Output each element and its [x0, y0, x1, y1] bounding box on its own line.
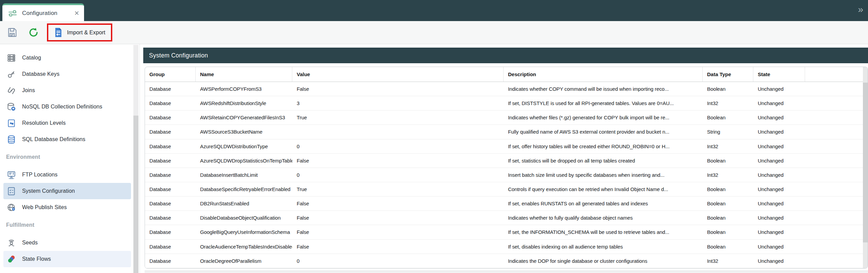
sidebar-item-resolution-levels[interactable]: Resolution Levels [3, 115, 131, 131]
sidebar: Catalog Database Keys [0, 44, 140, 273]
table-cell: If set, DISTSTYLE is used for all RPI-ge… [504, 96, 703, 110]
table-cell: 3 [292, 96, 504, 110]
column-header-data-type[interactable]: Data Type [703, 67, 753, 82]
table-row[interactable]: DatabaseDatabaseInsertBatchLimit0Insert … [145, 168, 863, 182]
table-cell: Indicates the DOP for single database or… [504, 254, 703, 268]
overflow-chevrons-icon[interactable]: » [858, 5, 863, 14]
sidebar-item-ftp-locations[interactable]: FTP Locations [3, 167, 131, 183]
table-cell: Boolean [703, 154, 753, 168]
tab-configuration[interactable]: Configuration ✕ [2, 3, 84, 21]
table-row[interactable]: DatabaseAWSPerformCOPYFromS3FalseIndicat… [145, 82, 863, 96]
sidebar-item-joins[interactable]: Joins [3, 82, 131, 99]
column-header-group[interactable]: Group [145, 67, 196, 82]
table-cell: Database [145, 96, 196, 110]
table-row[interactable]: DatabaseGoogleBigQueryUseInformationSche… [145, 225, 863, 239]
sidebar-item-state-flows[interactable]: State Flows [3, 251, 131, 267]
table-cell: OracleAudienceTempTablesIndexDisabled [196, 240, 292, 254]
table-cell-filler [805, 125, 863, 139]
sidebar-item-label: System Configuration [22, 188, 75, 194]
table-cell: 0 [292, 168, 504, 182]
table-row[interactable]: DatabaseDisableDatabaseObjectQualificati… [145, 211, 863, 225]
table-row[interactable]: DatabaseOracleAudienceTempTablesIndexDis… [145, 240, 863, 254]
sidebar-item-database-keys[interactable]: Database Keys [3, 66, 131, 82]
table-scrollbar-thumb[interactable] [863, 83, 868, 242]
import-export-button[interactable]: Import & Export [54, 28, 105, 37]
table-cell: Unchanged [753, 211, 805, 225]
table-cell: AWSPerformCOPYFromS3 [196, 82, 292, 96]
table-header-row: GroupNameValueDescriptionData TypeState [145, 67, 868, 82]
table-cell: If set, offer history tables will be cre… [504, 139, 703, 153]
sidebar-item-nosql-db-collection-definitions[interactable]: NoSQL DB Collection Definitions [3, 99, 131, 115]
table-cell: False [292, 211, 504, 225]
table-cell: AzureSQLDWDropStatisticsOnTempTables [196, 154, 292, 168]
table-cell: Boolean [703, 82, 753, 96]
table-cell: Unchanged [753, 110, 805, 124]
table-cell: Int32 [703, 168, 753, 182]
table-cell: True [292, 182, 504, 196]
sidebar-item-label: SQL Database Definitions [22, 136, 85, 142]
table-cell-filler [805, 110, 863, 124]
table-cell: False [292, 154, 504, 168]
sidebar-item-label: Catalog [22, 55, 41, 61]
table-cell: GoogleBigQueryUseInformationSchema [196, 225, 292, 239]
ftp-server-icon [6, 170, 16, 180]
catalog-icon [6, 53, 16, 63]
import-export-icon [54, 28, 63, 37]
table-cell: Indicates whether files (*.gz) generated… [504, 110, 703, 124]
sliders-icon [8, 8, 17, 18]
sidebar-item-seeds[interactable]: Seeds [3, 235, 131, 251]
table-cell: String [703, 125, 753, 139]
sidebar-item-sql-database-definitions[interactable]: SQL Database Definitions [3, 131, 131, 148]
table-cell: 0 [292, 139, 504, 153]
table-row[interactable]: DatabaseAWSRetainCOPYGeneratedFilesInS3T… [145, 110, 863, 125]
table-cell: Database [145, 240, 196, 254]
table-cell: Database [145, 254, 196, 268]
table-row[interactable]: DatabaseDatabaseSpecificRetryableErrorEn… [145, 182, 863, 197]
table-cell: False [292, 197, 504, 210]
tab-close-icon[interactable]: ✕ [74, 10, 79, 16]
table-cell: DatabaseSpecificRetryableErrorEnabled [196, 182, 292, 196]
state-flows-icon [6, 254, 16, 264]
table-cell: AWSRedshiftDistributionStyle [196, 96, 292, 110]
table-scrollbar-track[interactable] [863, 67, 868, 268]
column-header-value[interactable]: Value [292, 67, 504, 82]
table-row[interactable]: DatabaseAWSSourceS3BucketNameFully quali… [145, 125, 863, 139]
sidebar-section-fulfillment: Fulfillment [0, 216, 133, 235]
table-cell-filler [805, 225, 863, 239]
table-cell: If set, disables indexing on all audienc… [504, 240, 703, 254]
table-cell: Database [145, 154, 196, 168]
table-cell: Database [145, 197, 196, 210]
column-header-description[interactable]: Description [504, 67, 703, 82]
nosql-database-icon [6, 102, 16, 112]
sidebar-scrollbar-thumb[interactable] [133, 116, 138, 273]
sidebar-item-catalog[interactable]: Catalog [3, 50, 131, 66]
sidebar-item-label: Resolution Levels [22, 120, 66, 126]
column-header-name[interactable]: Name [196, 67, 292, 82]
table-cell: Database [145, 225, 196, 239]
next-panel-edge [145, 271, 868, 273]
sidebar-item-web-publish-sites[interactable]: Web Publish Sites [3, 199, 131, 216]
table-cell-filler [805, 96, 863, 110]
table-row[interactable]: DatabaseAWSRedshiftDistributionStyle3If … [145, 96, 863, 110]
table-cell: Boolean [703, 110, 753, 124]
table-row[interactable]: DatabaseOracleDegreeOfParallelism0Indica… [145, 254, 863, 268]
table-cell: Database [145, 82, 196, 96]
table-cell-filler [805, 240, 863, 254]
table-row[interactable]: DatabaseDB2RunStatsEnabledFalseIf set, e… [145, 197, 863, 211]
table-cell: OracleDegreeOfParallelism [196, 254, 292, 268]
table-cell-filler [805, 254, 863, 268]
table-row[interactable]: DatabaseAzureSQLDWDistributionType0If se… [145, 139, 863, 154]
table-row[interactable]: DatabaseAzureSQLDWDropStatisticsOnTempTa… [145, 154, 863, 168]
import-export-label: Import & Export [67, 30, 105, 36]
configuration-table: GroupNameValueDescriptionData TypeState … [145, 67, 868, 269]
system-configuration-icon [6, 186, 16, 196]
save-button[interactable] [7, 27, 17, 38]
resolution-levels-icon [6, 118, 16, 128]
table-cell: Database [145, 110, 196, 124]
column-header-state[interactable]: State [753, 67, 805, 82]
sidebar-scrollbar-track[interactable] [133, 45, 138, 273]
refresh-button[interactable] [28, 27, 39, 38]
joins-icon [6, 85, 16, 96]
sidebar-item-system-configuration[interactable]: System Configuration [3, 183, 131, 199]
app-window: Configuration ✕ » [0, 0, 868, 273]
